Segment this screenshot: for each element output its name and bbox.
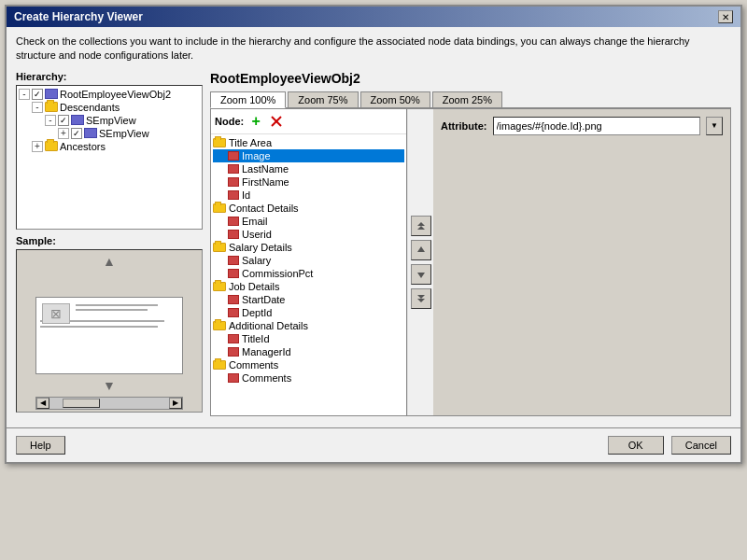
nt-comments-field[interactable]: Comments xyxy=(213,371,404,385)
nt-text-contact: Contact Details xyxy=(229,203,299,214)
hierarchy-label: Hierarchy: xyxy=(16,71,203,82)
cancel-button[interactable]: Cancel xyxy=(671,436,731,455)
svg-marker-3 xyxy=(417,226,425,230)
ok-button[interactable]: OK xyxy=(608,436,664,455)
check-root[interactable] xyxy=(32,89,43,100)
nt-text-salary: Salary xyxy=(242,255,271,266)
node-panel-header: Node: + xyxy=(211,109,406,134)
right-title: RootEmployeeViewObj2 xyxy=(210,71,731,86)
nt-salary-details[interactable]: Salary Details xyxy=(213,241,404,254)
close-button[interactable]: ✕ xyxy=(718,10,733,23)
tab-zoom-75[interactable]: Zoom 75% xyxy=(288,91,358,107)
tree-item-sempv2[interactable]: + SEmpView xyxy=(19,127,200,140)
field-icon-deptid xyxy=(228,308,239,317)
expand-root[interactable]: - xyxy=(19,89,30,100)
nt-text-email: Email xyxy=(242,216,268,227)
x-icon xyxy=(270,115,283,128)
folder-contact xyxy=(213,203,226,213)
nt-commissionpct[interactable]: CommissionPct xyxy=(213,267,404,280)
field-icon-userid xyxy=(228,230,239,239)
nt-startdate[interactable]: StartDate xyxy=(213,293,404,306)
sample-arrow-up: ▲ xyxy=(103,254,116,269)
attribute-input[interactable] xyxy=(493,117,701,135)
nt-text-deptid: DeptId xyxy=(242,307,272,318)
nt-title-area[interactable]: Title Area xyxy=(213,136,404,149)
folder-comments xyxy=(213,360,226,370)
nt-text-firstname: FirstName xyxy=(242,176,289,188)
move-top-button[interactable] xyxy=(411,216,431,236)
add-node-button[interactable]: + xyxy=(247,113,264,130)
hierarchy-tree[interactable]: - RootEmployeeViewObj2 - Descendants - xyxy=(16,85,203,230)
nt-managerid[interactable]: ManagerId xyxy=(213,345,404,358)
nt-text-salary-details: Salary Details xyxy=(229,242,292,253)
nt-firstname[interactable]: FirstName xyxy=(213,175,404,189)
nt-titleid[interactable]: TitleId xyxy=(213,332,404,345)
tree-item-sempv1[interactable]: - SEmpView xyxy=(19,114,200,127)
nt-image[interactable]: Image xyxy=(213,149,404,162)
field-icon-salary xyxy=(228,256,239,265)
nt-id[interactable]: Id xyxy=(213,189,404,202)
nt-contact[interactable]: Contact Details xyxy=(213,202,404,215)
nt-lastname[interactable]: LastName xyxy=(213,162,404,175)
sample-scrollbar[interactable]: ◀ ▶ xyxy=(35,397,183,410)
nt-text-titleid: TitleId xyxy=(242,333,270,344)
expand-sempv2[interactable]: + xyxy=(58,128,69,139)
nt-job[interactable]: Job Details xyxy=(213,280,404,293)
field-icon-lastname xyxy=(228,164,239,174)
tab-zoom-25[interactable]: Zoom 25% xyxy=(432,91,502,107)
sample-line-2 xyxy=(76,309,148,311)
field-icon-startdate xyxy=(228,295,239,304)
nt-text-job: Job Details xyxy=(229,281,279,292)
nt-comments-folder[interactable]: Comments xyxy=(213,358,404,371)
attribute-dropdown-button[interactable]: ▼ xyxy=(706,117,723,135)
move-bottom-icon xyxy=(416,293,427,304)
expand-anc[interactable]: + xyxy=(32,141,43,152)
scroll-right-btn[interactable]: ▶ xyxy=(169,398,182,409)
nt-userid[interactable]: Userid xyxy=(213,228,404,241)
delete-node-button[interactable] xyxy=(268,113,285,130)
dialog-body: Check on the collections you want to inc… xyxy=(7,27,740,424)
nt-email[interactable]: Email xyxy=(213,215,404,228)
nt-text-comments: Comments xyxy=(242,372,291,384)
nt-text-title-area: Title Area xyxy=(229,137,272,148)
move-down-button[interactable] xyxy=(411,264,431,285)
check-sempv2[interactable] xyxy=(71,128,82,139)
help-button[interactable]: Help xyxy=(16,436,65,455)
tab-zoom-100[interactable]: Zoom 100% xyxy=(210,91,286,108)
title-bar: Create Hierarchy Viewer ✕ xyxy=(7,7,740,27)
expand-desc[interactable]: - xyxy=(32,102,43,113)
field-icon-commission xyxy=(228,269,239,278)
svg-marker-5 xyxy=(417,273,425,278)
node-tree[interactable]: Title Area Image LastName xyxy=(211,134,406,415)
tree-text-anc: Ancestors xyxy=(60,141,106,152)
attribute-row: Attribute: ▼ xyxy=(441,117,723,135)
folder-icon-anc xyxy=(45,141,58,151)
tree-text-sempv2: SEmpView xyxy=(99,128,149,139)
move-up-icon xyxy=(416,245,427,256)
nt-text-comments-folder: Comments xyxy=(229,359,278,371)
field-icon-image xyxy=(228,151,239,161)
content-area: Node: + xyxy=(210,108,731,416)
scroll-left-btn[interactable]: ◀ xyxy=(36,398,49,409)
tree-item-root[interactable]: - RootEmployeeViewObj2 xyxy=(19,88,200,101)
field-icon-managerid xyxy=(228,347,239,357)
nt-deptid[interactable]: DeptId xyxy=(213,306,404,319)
node-label: Node: xyxy=(215,116,244,127)
move-up-button[interactable] xyxy=(411,240,431,260)
move-bottom-button[interactable] xyxy=(411,288,431,309)
expand-sempv1[interactable]: - xyxy=(45,115,56,126)
node-icon-sempv1 xyxy=(71,115,84,125)
check-sempv1[interactable] xyxy=(58,115,69,126)
folder-job xyxy=(213,282,226,291)
tree-item-desc[interactable]: - Descendants xyxy=(19,101,200,114)
tab-zoom-50[interactable]: Zoom 50% xyxy=(360,91,430,107)
tree-item-anc[interactable]: + Ancestors xyxy=(19,140,200,153)
node-panel: Node: + xyxy=(211,109,407,415)
create-hierarchy-dialog: Create Hierarchy Viewer ✕ Check on the c… xyxy=(5,5,742,464)
side-arrows-panel xyxy=(407,109,433,415)
nt-text-image: Image xyxy=(242,150,271,161)
folder-title-area xyxy=(213,138,226,147)
nt-additional[interactable]: Additional Details xyxy=(213,319,404,332)
scroll-thumb[interactable] xyxy=(63,399,100,408)
nt-salary[interactable]: Salary xyxy=(213,254,404,267)
